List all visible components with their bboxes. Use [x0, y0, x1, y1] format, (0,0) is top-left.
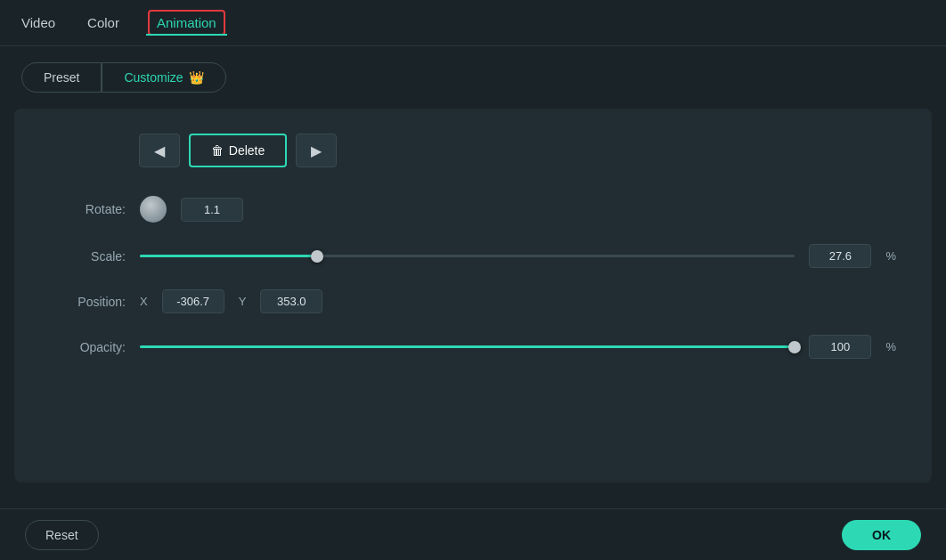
scale-slider-thumb[interactable] — [311, 250, 323, 263]
y-label: Y — [239, 295, 247, 308]
crown-icon: 👑 — [189, 70, 204, 85]
tab-video[interactable]: Video — [18, 10, 59, 36]
delete-button[interactable]: 🗑 Delete — [189, 134, 287, 167]
bottom-bar: Reset OK — [0, 508, 946, 560]
rotate-label: Rotate: — [50, 202, 126, 216]
rotate-knob[interactable] — [140, 196, 167, 223]
scale-slider-bg — [140, 255, 795, 257]
position-x-input[interactable] — [162, 289, 224, 313]
scale-label: Scale: — [50, 249, 126, 264]
opacity-slider-fill — [140, 345, 795, 348]
opacity-label: Opacity: — [50, 340, 126, 354]
x-label: X — [140, 295, 148, 308]
scale-row: Scale: % — [50, 244, 896, 268]
top-nav: Video Color Animation — [0, 0, 946, 46]
next-icon: ▶ — [311, 142, 322, 159]
delete-label: Delete — [229, 143, 265, 158]
tab-animation[interactable]: Animation — [148, 10, 225, 36]
opacity-row: Opacity: % — [50, 335, 896, 359]
prev-icon: ◀ — [154, 142, 165, 159]
opacity-slider[interactable] — [140, 338, 795, 356]
main-content: ◀ 🗑 Delete ▶ Rotate: Scale: % Position: … — [14, 109, 932, 483]
next-button[interactable]: ▶ — [296, 134, 337, 167]
opacity-slider-bg — [140, 345, 795, 348]
opacity-slider-thumb[interactable] — [788, 341, 801, 353]
opacity-input[interactable] — [809, 335, 871, 359]
scale-input[interactable] — [809, 244, 871, 268]
position-y-input[interactable] — [260, 289, 322, 313]
scale-slider-fill — [140, 255, 317, 257]
ok-button[interactable]: OK — [842, 520, 921, 550]
rotate-row: Rotate: — [50, 196, 896, 223]
action-buttons-row: ◀ 🗑 Delete ▶ — [50, 134, 896, 167]
position-row: Position: X Y — [50, 289, 896, 313]
reset-button[interactable]: Reset — [25, 520, 99, 550]
trash-icon: 🗑 — [211, 143, 224, 158]
scale-unit: % — [885, 249, 896, 263]
subtab-customize-label: Customize — [124, 70, 183, 85]
scale-slider[interactable] — [140, 248, 795, 265]
sub-tabs-row: Preset Customize 👑 — [0, 46, 946, 109]
subtab-customize[interactable]: Customize 👑 — [102, 62, 225, 93]
rotate-input[interactable] — [181, 198, 243, 222]
prev-button[interactable]: ◀ — [139, 134, 180, 167]
subtab-preset[interactable]: Preset — [21, 62, 102, 93]
tab-color[interactable]: Color — [84, 10, 123, 36]
opacity-unit: % — [885, 340, 896, 353]
position-label: Position: — [50, 295, 126, 309]
